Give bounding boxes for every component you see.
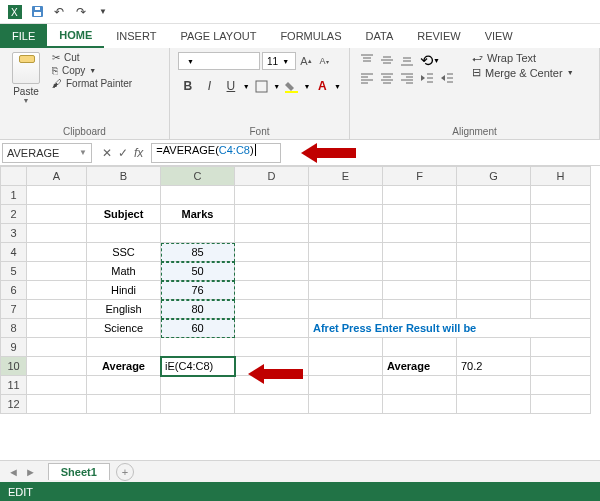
underline-button[interactable]: U <box>221 76 241 96</box>
bold-button[interactable]: B <box>178 76 198 96</box>
col-header-A[interactable]: A <box>27 167 87 186</box>
annotation-note: Afret Press Enter Result will be <box>313 322 476 334</box>
cell-B5[interactable]: Math <box>87 262 161 281</box>
border-button[interactable] <box>252 76 272 96</box>
align-center-button[interactable] <box>378 70 396 86</box>
formula-bar[interactable]: =AVERAGE(C4:C8) <box>151 143 281 163</box>
fill-color-button[interactable] <box>282 76 302 96</box>
name-box[interactable]: AVERAGE ▼ <box>2 143 92 163</box>
fx-icon[interactable]: fx <box>134 146 143 160</box>
cell-C5[interactable]: 50 <box>161 262 235 281</box>
group-font-title: Font <box>178 124 341 137</box>
svg-rect-5 <box>256 81 267 92</box>
cell-C4[interactable]: 85 <box>161 243 235 262</box>
format-painter-button[interactable]: 🖌Format Painter <box>52 78 132 89</box>
row-header-5[interactable]: 5 <box>1 262 27 281</box>
font-size-select[interactable]: 11▼ <box>262 52 296 70</box>
row-header-1[interactable]: 1 <box>1 186 27 205</box>
row-header-11[interactable]: 11 <box>1 376 27 395</box>
row-header-12[interactable]: 12 <box>1 395 27 414</box>
row-header-2[interactable]: 2 <box>1 205 27 224</box>
cell-C8[interactable]: 60 <box>161 319 235 338</box>
align-right-button[interactable] <box>398 70 416 86</box>
cell-F10[interactable]: Average <box>383 357 457 376</box>
svg-rect-3 <box>34 12 41 16</box>
font-name-select[interactable]: ▼ <box>178 52 260 70</box>
align-left-button[interactable] <box>358 70 376 86</box>
chevron-down-icon: ▼ <box>79 148 87 157</box>
col-header-D[interactable]: D <box>235 167 309 186</box>
sheet-nav-next[interactable]: ► <box>25 466 36 478</box>
annotation-arrow-formula <box>301 143 371 163</box>
row-header-10[interactable]: 10 <box>1 357 27 376</box>
tab-data[interactable]: DATA <box>354 24 406 48</box>
col-header-F[interactable]: F <box>383 167 457 186</box>
wrap-text-button[interactable]: ⮐Wrap Text <box>472 52 574 64</box>
annotation-arrow-cell <box>248 364 318 384</box>
svg-text:X: X <box>11 7 18 18</box>
cell-B8[interactable]: Science <box>87 319 161 338</box>
tab-view[interactable]: VIEW <box>473 24 525 48</box>
paste-label: Paste <box>13 86 39 97</box>
tab-home[interactable]: HOME <box>47 24 104 48</box>
sheet-nav-prev[interactable]: ◄ <box>8 466 19 478</box>
cell-B4[interactable]: SSC <box>87 243 161 262</box>
col-header-C[interactable]: C <box>161 167 235 186</box>
row-header-4[interactable]: 4 <box>1 243 27 262</box>
merge-center-button[interactable]: ⊟Merge & Center▼ <box>472 66 574 79</box>
orientation-button[interactable]: ⟲▼ <box>418 52 442 68</box>
tab-insert[interactable]: INSERT <box>104 24 168 48</box>
increase-indent-button[interactable] <box>438 70 456 86</box>
cut-button[interactable]: ✂Cut <box>52 52 132 63</box>
align-bottom-button[interactable] <box>398 52 416 68</box>
align-top-button[interactable] <box>358 52 376 68</box>
shrink-font-button[interactable]: A▾ <box>316 52 332 70</box>
svg-rect-4 <box>35 7 40 10</box>
cell-B6[interactable]: Hindi <box>87 281 161 300</box>
select-all-corner[interactable] <box>1 167 27 186</box>
excel-icon: X <box>6 3 24 21</box>
save-icon[interactable] <box>28 3 46 21</box>
grow-font-button[interactable]: A▴ <box>298 52 314 70</box>
tab-pagelayout[interactable]: PAGE LAYOUT <box>168 24 268 48</box>
col-header-G[interactable]: G <box>457 167 531 186</box>
sheet-tab-1[interactable]: Sheet1 <box>48 463 110 480</box>
align-middle-button[interactable] <box>378 52 396 68</box>
wrap-icon: ⮐ <box>472 52 483 64</box>
row-header-8[interactable]: 8 <box>1 319 27 338</box>
merge-icon: ⊟ <box>472 66 481 79</box>
tab-review[interactable]: REVIEW <box>405 24 472 48</box>
copy-button[interactable]: ⎘Copy▼ <box>52 65 132 76</box>
paste-button[interactable]: Paste ▼ <box>8 52 44 104</box>
italic-button[interactable]: I <box>200 76 220 96</box>
col-header-H[interactable]: H <box>531 167 591 186</box>
group-clipboard-title: Clipboard <box>8 124 161 137</box>
cell-B2[interactable]: Subject <box>87 205 161 224</box>
col-header-B[interactable]: B <box>87 167 161 186</box>
row-header-6[interactable]: 6 <box>1 281 27 300</box>
row-header-3[interactable]: 3 <box>1 224 27 243</box>
cancel-formula-button[interactable]: ✕ <box>102 146 112 160</box>
font-color-button[interactable]: A <box>313 76 333 96</box>
qat-customize-icon[interactable]: ▼ <box>94 3 112 21</box>
cell-C10[interactable]: iE(C4:C8) <box>161 357 235 376</box>
scissors-icon: ✂ <box>52 52 60 63</box>
row-header-9[interactable]: 9 <box>1 338 27 357</box>
cell-G10[interactable]: 70.2 <box>457 357 531 376</box>
tab-file[interactable]: FILE <box>0 24 47 48</box>
decrease-indent-button[interactable] <box>418 70 436 86</box>
cell-B7[interactable]: English <box>87 300 161 319</box>
cell-C6[interactable]: 76 <box>161 281 235 300</box>
cell-C2[interactable]: Marks <box>161 205 235 224</box>
row-header-7[interactable]: 7 <box>1 300 27 319</box>
copy-icon: ⎘ <box>52 65 58 76</box>
col-header-E[interactable]: E <box>309 167 383 186</box>
tab-formulas[interactable]: FORMULAS <box>268 24 353 48</box>
add-sheet-button[interactable]: + <box>116 463 134 481</box>
brush-icon: 🖌 <box>52 78 62 89</box>
enter-formula-button[interactable]: ✓ <box>118 146 128 160</box>
redo-icon[interactable]: ↷ <box>72 3 90 21</box>
undo-icon[interactable]: ↶ <box>50 3 68 21</box>
cell-C7[interactable]: 80 <box>161 300 235 319</box>
cell-B10[interactable]: Average <box>87 357 161 376</box>
